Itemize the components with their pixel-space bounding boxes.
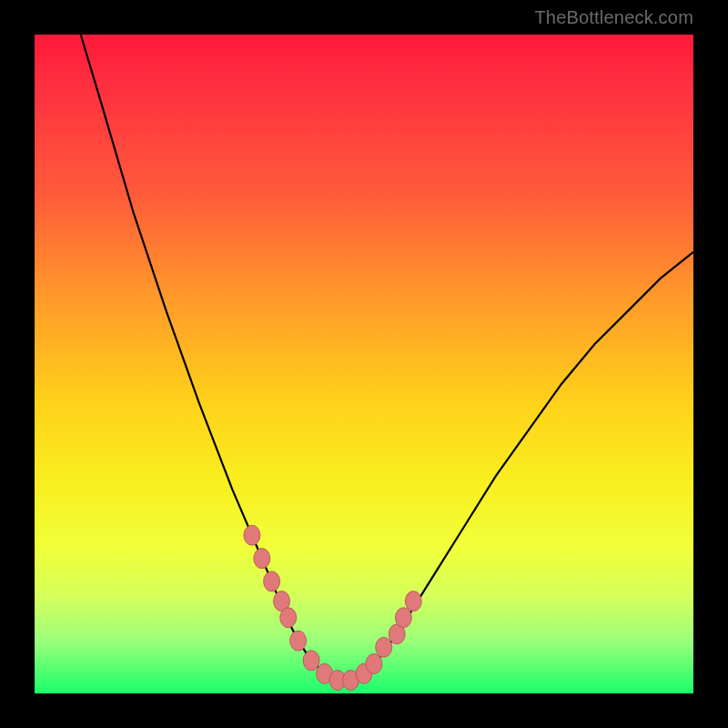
- marker-dot: [264, 571, 280, 592]
- marker-dot: [280, 608, 297, 628]
- marker-group: [244, 525, 421, 690]
- marker-dot: [290, 631, 307, 651]
- marker-dot: [254, 549, 270, 569]
- marker-dot: [395, 608, 411, 628]
- marker-dot: [303, 651, 319, 671]
- bottleneck-curve: [81, 35, 693, 681]
- marker-dot: [376, 637, 392, 657]
- chart-frame: TheBottleneck.com: [0, 0, 728, 728]
- plot-area: [35, 35, 693, 693]
- marker-dot: [405, 592, 421, 612]
- curve-layer: [35, 35, 693, 693]
- marker-dot: [366, 653, 382, 673]
- watermark-text: TheBottleneck.com: [534, 7, 693, 28]
- marker-dot: [244, 525, 260, 545]
